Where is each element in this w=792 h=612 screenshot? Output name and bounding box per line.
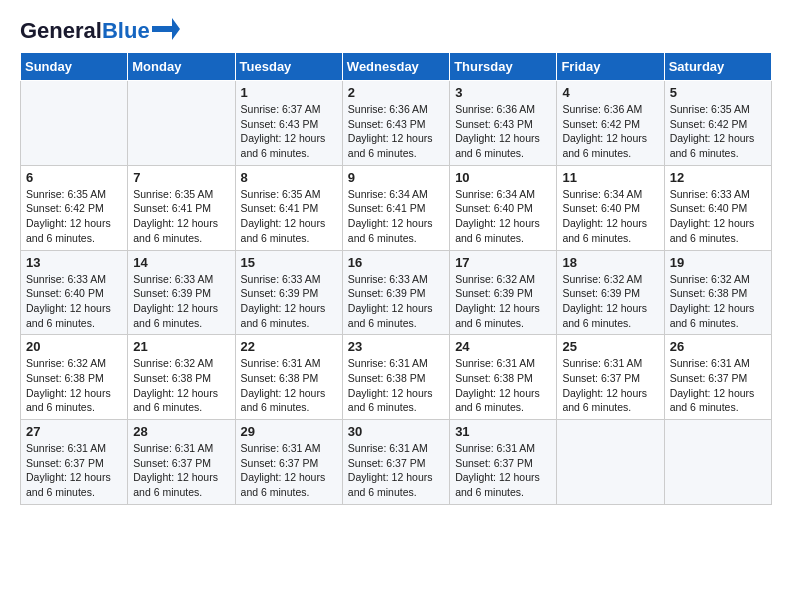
calendar-cell [21, 81, 128, 166]
day-number: 23 [348, 339, 444, 354]
calendar-cell: 20Sunrise: 6:32 AM Sunset: 6:38 PM Dayli… [21, 335, 128, 420]
day-info: Sunrise: 6:33 AM Sunset: 6:39 PM Dayligh… [241, 272, 337, 331]
calendar-cell: 2Sunrise: 6:36 AM Sunset: 6:43 PM Daylig… [342, 81, 449, 166]
calendar-cell: 31Sunrise: 6:31 AM Sunset: 6:37 PM Dayli… [450, 420, 557, 505]
day-info: Sunrise: 6:35 AM Sunset: 6:42 PM Dayligh… [670, 102, 766, 161]
day-info: Sunrise: 6:34 AM Sunset: 6:41 PM Dayligh… [348, 187, 444, 246]
calendar-cell: 16Sunrise: 6:33 AM Sunset: 6:39 PM Dayli… [342, 250, 449, 335]
day-info: Sunrise: 6:32 AM Sunset: 6:39 PM Dayligh… [562, 272, 658, 331]
calendar-table: SundayMondayTuesdayWednesdayThursdayFrid… [20, 52, 772, 505]
day-number: 4 [562, 85, 658, 100]
page-header: GeneralBlue [20, 20, 772, 42]
calendar-cell: 10Sunrise: 6:34 AM Sunset: 6:40 PM Dayli… [450, 165, 557, 250]
day-number: 1 [241, 85, 337, 100]
calendar-cell: 23Sunrise: 6:31 AM Sunset: 6:38 PM Dayli… [342, 335, 449, 420]
day-info: Sunrise: 6:34 AM Sunset: 6:40 PM Dayligh… [455, 187, 551, 246]
logo-arrow-icon [152, 18, 180, 40]
calendar-week-row: 20Sunrise: 6:32 AM Sunset: 6:38 PM Dayli… [21, 335, 772, 420]
day-info: Sunrise: 6:31 AM Sunset: 6:38 PM Dayligh… [348, 356, 444, 415]
day-number: 6 [26, 170, 122, 185]
weekday-header: Monday [128, 53, 235, 81]
day-number: 17 [455, 255, 551, 270]
day-number: 12 [670, 170, 766, 185]
day-info: Sunrise: 6:31 AM Sunset: 6:37 PM Dayligh… [133, 441, 229, 500]
day-number: 3 [455, 85, 551, 100]
calendar-cell: 27Sunrise: 6:31 AM Sunset: 6:37 PM Dayli… [21, 420, 128, 505]
day-number: 29 [241, 424, 337, 439]
day-info: Sunrise: 6:32 AM Sunset: 6:38 PM Dayligh… [133, 356, 229, 415]
day-info: Sunrise: 6:32 AM Sunset: 6:39 PM Dayligh… [455, 272, 551, 331]
calendar-cell: 3Sunrise: 6:36 AM Sunset: 6:43 PM Daylig… [450, 81, 557, 166]
weekday-header: Saturday [664, 53, 771, 81]
calendar-cell: 24Sunrise: 6:31 AM Sunset: 6:38 PM Dayli… [450, 335, 557, 420]
calendar-week-row: 1Sunrise: 6:37 AM Sunset: 6:43 PM Daylig… [21, 81, 772, 166]
day-number: 25 [562, 339, 658, 354]
calendar-cell: 25Sunrise: 6:31 AM Sunset: 6:37 PM Dayli… [557, 335, 664, 420]
day-info: Sunrise: 6:36 AM Sunset: 6:42 PM Dayligh… [562, 102, 658, 161]
day-info: Sunrise: 6:35 AM Sunset: 6:42 PM Dayligh… [26, 187, 122, 246]
calendar-cell: 19Sunrise: 6:32 AM Sunset: 6:38 PM Dayli… [664, 250, 771, 335]
day-info: Sunrise: 6:31 AM Sunset: 6:38 PM Dayligh… [455, 356, 551, 415]
calendar-cell [128, 81, 235, 166]
calendar-cell: 7Sunrise: 6:35 AM Sunset: 6:41 PM Daylig… [128, 165, 235, 250]
day-number: 15 [241, 255, 337, 270]
day-number: 26 [670, 339, 766, 354]
day-number: 20 [26, 339, 122, 354]
weekday-header: Sunday [21, 53, 128, 81]
day-number: 31 [455, 424, 551, 439]
day-number: 13 [26, 255, 122, 270]
day-number: 2 [348, 85, 444, 100]
day-info: Sunrise: 6:36 AM Sunset: 6:43 PM Dayligh… [348, 102, 444, 161]
calendar-cell: 9Sunrise: 6:34 AM Sunset: 6:41 PM Daylig… [342, 165, 449, 250]
day-info: Sunrise: 6:34 AM Sunset: 6:40 PM Dayligh… [562, 187, 658, 246]
day-number: 11 [562, 170, 658, 185]
calendar-cell: 1Sunrise: 6:37 AM Sunset: 6:43 PM Daylig… [235, 81, 342, 166]
day-number: 18 [562, 255, 658, 270]
calendar-cell [664, 420, 771, 505]
day-info: Sunrise: 6:36 AM Sunset: 6:43 PM Dayligh… [455, 102, 551, 161]
day-number: 10 [455, 170, 551, 185]
calendar-cell: 5Sunrise: 6:35 AM Sunset: 6:42 PM Daylig… [664, 81, 771, 166]
day-number: 21 [133, 339, 229, 354]
calendar-cell: 11Sunrise: 6:34 AM Sunset: 6:40 PM Dayli… [557, 165, 664, 250]
calendar-cell: 12Sunrise: 6:33 AM Sunset: 6:40 PM Dayli… [664, 165, 771, 250]
day-number: 28 [133, 424, 229, 439]
day-info: Sunrise: 6:33 AM Sunset: 6:39 PM Dayligh… [133, 272, 229, 331]
calendar-cell: 4Sunrise: 6:36 AM Sunset: 6:42 PM Daylig… [557, 81, 664, 166]
day-info: Sunrise: 6:37 AM Sunset: 6:43 PM Dayligh… [241, 102, 337, 161]
day-info: Sunrise: 6:33 AM Sunset: 6:39 PM Dayligh… [348, 272, 444, 331]
weekday-header: Tuesday [235, 53, 342, 81]
calendar-week-row: 27Sunrise: 6:31 AM Sunset: 6:37 PM Dayli… [21, 420, 772, 505]
calendar-cell: 26Sunrise: 6:31 AM Sunset: 6:37 PM Dayli… [664, 335, 771, 420]
weekday-header: Friday [557, 53, 664, 81]
day-info: Sunrise: 6:32 AM Sunset: 6:38 PM Dayligh… [670, 272, 766, 331]
day-info: Sunrise: 6:31 AM Sunset: 6:37 PM Dayligh… [670, 356, 766, 415]
day-info: Sunrise: 6:31 AM Sunset: 6:37 PM Dayligh… [26, 441, 122, 500]
calendar-cell: 28Sunrise: 6:31 AM Sunset: 6:37 PM Dayli… [128, 420, 235, 505]
day-info: Sunrise: 6:32 AM Sunset: 6:38 PM Dayligh… [26, 356, 122, 415]
calendar-cell [557, 420, 664, 505]
calendar-cell: 15Sunrise: 6:33 AM Sunset: 6:39 PM Dayli… [235, 250, 342, 335]
day-number: 27 [26, 424, 122, 439]
day-number: 19 [670, 255, 766, 270]
calendar-cell: 17Sunrise: 6:32 AM Sunset: 6:39 PM Dayli… [450, 250, 557, 335]
day-info: Sunrise: 6:33 AM Sunset: 6:40 PM Dayligh… [670, 187, 766, 246]
calendar-cell: 29Sunrise: 6:31 AM Sunset: 6:37 PM Dayli… [235, 420, 342, 505]
day-info: Sunrise: 6:31 AM Sunset: 6:37 PM Dayligh… [455, 441, 551, 500]
day-number: 14 [133, 255, 229, 270]
calendar-cell: 13Sunrise: 6:33 AM Sunset: 6:40 PM Dayli… [21, 250, 128, 335]
day-info: Sunrise: 6:31 AM Sunset: 6:38 PM Dayligh… [241, 356, 337, 415]
calendar-week-row: 6Sunrise: 6:35 AM Sunset: 6:42 PM Daylig… [21, 165, 772, 250]
calendar-cell: 18Sunrise: 6:32 AM Sunset: 6:39 PM Dayli… [557, 250, 664, 335]
calendar-cell: 30Sunrise: 6:31 AM Sunset: 6:37 PM Dayli… [342, 420, 449, 505]
day-number: 30 [348, 424, 444, 439]
logo-text: GeneralBlue [20, 20, 150, 42]
calendar-cell: 14Sunrise: 6:33 AM Sunset: 6:39 PM Dayli… [128, 250, 235, 335]
day-number: 8 [241, 170, 337, 185]
day-info: Sunrise: 6:33 AM Sunset: 6:40 PM Dayligh… [26, 272, 122, 331]
day-number: 22 [241, 339, 337, 354]
calendar-cell: 8Sunrise: 6:35 AM Sunset: 6:41 PM Daylig… [235, 165, 342, 250]
day-number: 5 [670, 85, 766, 100]
svg-marker-0 [152, 18, 180, 40]
day-number: 24 [455, 339, 551, 354]
